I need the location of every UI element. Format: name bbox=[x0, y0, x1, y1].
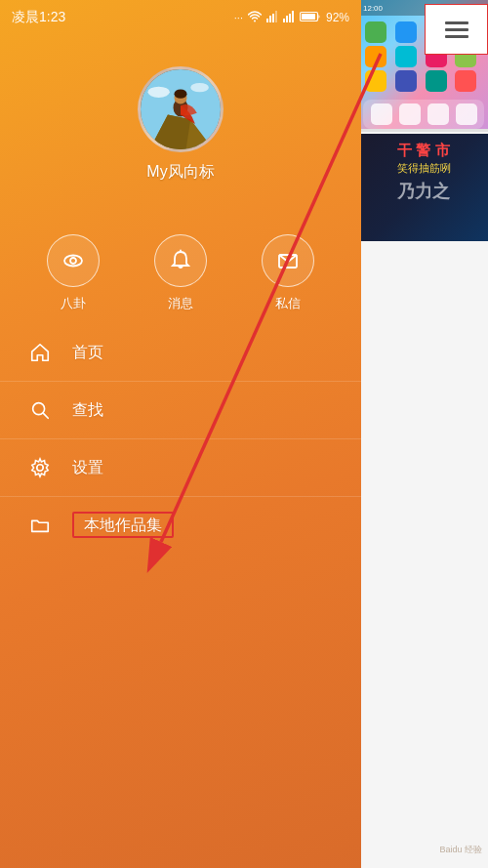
svg-rect-4 bbox=[283, 19, 285, 22]
quick-actions: 八卦 消息 私信 bbox=[0, 225, 361, 322]
svg-rect-1 bbox=[269, 16, 271, 22]
bell-circle bbox=[154, 234, 207, 287]
signal-dots: ··· bbox=[234, 12, 243, 23]
menu-item-settings[interactable]: 设置 bbox=[0, 439, 361, 497]
search-label: 查找 bbox=[72, 400, 103, 421]
menu-item-search[interactable]: 查找 bbox=[0, 382, 361, 439]
action-private[interactable]: 私信 bbox=[262, 234, 314, 312]
status-icons: ··· bbox=[234, 11, 349, 24]
right-panel: 12:00 🔋 bbox=[359, 0, 488, 868]
baidu-watermark: Baidu 经验 bbox=[439, 839, 482, 856]
eye-icon bbox=[61, 249, 85, 272]
screenshot-text: 笑得抽筋咧 bbox=[363, 161, 484, 176]
svg-line-23 bbox=[43, 413, 48, 418]
local-works-highlight: 本地作品集 bbox=[72, 512, 174, 538]
svg-rect-9 bbox=[302, 14, 315, 20]
home-label: 首页 bbox=[72, 343, 103, 363]
svg-rect-2 bbox=[272, 14, 274, 22]
status-time: 凌晨1:23 bbox=[12, 9, 65, 26]
screenshot-bottom: 干 警 市 笑得抽筋咧 乃力之 bbox=[359, 134, 488, 241]
svg-point-11 bbox=[147, 87, 169, 98]
home-icon bbox=[29, 342, 51, 363]
settings-label: 设置 bbox=[72, 458, 103, 478]
battery-icon bbox=[300, 11, 321, 24]
gossip-label: 八卦 bbox=[61, 295, 86, 312]
svg-point-19 bbox=[70, 258, 76, 264]
folder-icon bbox=[29, 515, 51, 536]
search-icon bbox=[29, 399, 51, 421]
svg-rect-0 bbox=[266, 19, 268, 22]
menu-button[interactable] bbox=[425, 4, 488, 55]
svg-rect-7 bbox=[292, 11, 294, 22]
menu-item-local-works[interactable]: 本地作品集 bbox=[0, 497, 361, 554]
svg-rect-3 bbox=[275, 11, 277, 22]
battery-percent: 92% bbox=[326, 11, 349, 24]
bell-icon bbox=[169, 249, 192, 272]
svg-rect-5 bbox=[286, 16, 288, 22]
menu-item-home[interactable]: 首页 bbox=[0, 324, 361, 382]
avatar[interactable] bbox=[138, 66, 224, 152]
action-gossip[interactable]: 八卦 bbox=[47, 234, 100, 312]
avatar-section: My风向标 bbox=[0, 47, 361, 183]
mail-icon bbox=[276, 249, 300, 272]
folder-icon-container bbox=[27, 513, 53, 538]
action-messages[interactable]: 消息 bbox=[154, 234, 207, 312]
svg-point-17 bbox=[174, 90, 186, 99]
messages-label: 消息 bbox=[168, 295, 193, 312]
username: My风向标 bbox=[146, 162, 214, 183]
signal-bar1 bbox=[266, 11, 278, 24]
private-label: 私信 bbox=[275, 295, 301, 312]
svg-point-24 bbox=[37, 465, 43, 471]
signal-bar2 bbox=[283, 11, 295, 24]
svg-rect-6 bbox=[289, 14, 291, 22]
eye-circle bbox=[47, 234, 100, 287]
menu-list: 首页 查找 设置 本地作品集 bbox=[0, 324, 361, 554]
local-works-label-wrapper: 本地作品集 bbox=[72, 516, 174, 536]
wifi-icon bbox=[248, 11, 262, 24]
home-icon-container bbox=[27, 340, 53, 365]
mail-circle bbox=[262, 234, 314, 287]
gear-icon bbox=[29, 457, 51, 478]
search-icon-container bbox=[27, 397, 53, 423]
status-bar: 凌晨1:23 ··· bbox=[0, 0, 361, 35]
settings-icon-container bbox=[27, 455, 53, 480]
hamburger-icon bbox=[445, 21, 468, 38]
svg-point-12 bbox=[190, 83, 209, 92]
